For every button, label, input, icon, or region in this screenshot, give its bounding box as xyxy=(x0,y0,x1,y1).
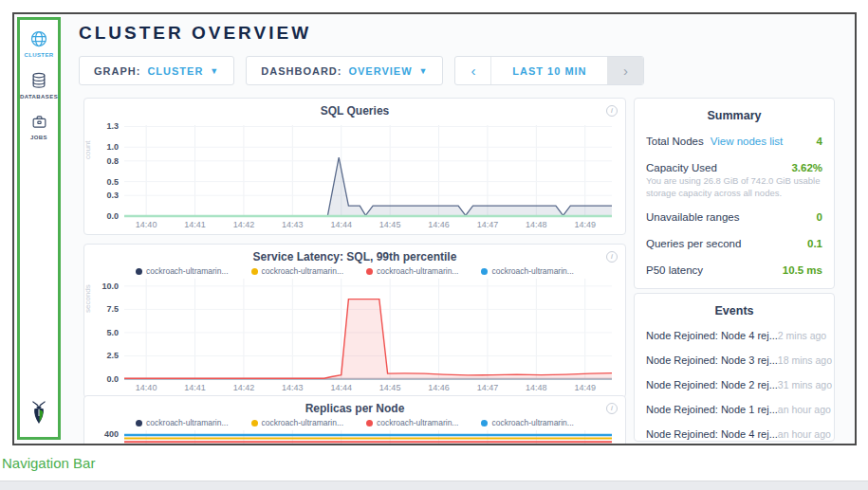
legend-dot xyxy=(366,268,373,275)
event-row[interactable]: Node Rejoined: Node 4 rej... an hour ago xyxy=(635,422,834,445)
svg-text:14:44: 14:44 xyxy=(330,220,352,229)
app-window: CLUSTER DATABASES JOBS xyxy=(12,12,857,445)
view-nodes-list-link[interactable]: View nodes list xyxy=(711,136,784,147)
svg-text:14:43: 14:43 xyxy=(282,220,304,229)
y-axis-unit-label: seconds xyxy=(83,285,92,314)
legend-dot xyxy=(251,420,258,426)
replicas-per-node-panel: Replicas per Node i cockroach-ultramarin… xyxy=(83,395,626,445)
page-title: CLUSTER OVERVIEW xyxy=(79,23,311,44)
summary-value: 4 xyxy=(817,136,822,147)
time-next-button: › xyxy=(607,57,643,84)
briefcase-icon xyxy=(30,113,48,131)
svg-text:14:40: 14:40 xyxy=(136,383,157,392)
events-title: Events xyxy=(635,294,834,323)
legend-dot xyxy=(481,268,488,275)
svg-text:14:44: 14:44 xyxy=(330,383,352,392)
svg-text:0.8: 0.8 xyxy=(106,156,119,166)
event-row[interactable]: Node Rejoined: Node 3 rej... 18 mins ago xyxy=(635,348,834,372)
cockroachdb-logo[interactable] xyxy=(28,400,50,429)
svg-text:14:46: 14:46 xyxy=(428,383,450,392)
capacity-note: You are using 26.8 GiB of 742.0 GiB usab… xyxy=(635,175,834,204)
legend-dot xyxy=(136,268,142,275)
time-range-value[interactable]: LAST 10 MIN xyxy=(491,57,607,84)
svg-text:0.5: 0.5 xyxy=(106,177,119,187)
controls-row: GRAPH: CLUSTER ▼ DASHBOARD: OVERVIEW ▼ ‹… xyxy=(79,56,644,85)
svg-text:14:45: 14:45 xyxy=(379,220,401,229)
chevron-down-icon: ▼ xyxy=(419,66,429,76)
summary-row-unavailable-ranges: Unavailable ranges 0 xyxy=(635,204,834,230)
svg-text:1.0: 1.0 xyxy=(106,142,119,152)
y-axis-unit-label: count xyxy=(83,141,92,160)
events-panel: Events Node Rejoined: Node 4 rej... 2 mi… xyxy=(634,293,835,442)
dashboard-dropdown-value: OVERVIEW xyxy=(348,65,412,77)
info-icon[interactable]: i xyxy=(606,105,618,117)
svg-text:10.0: 10.0 xyxy=(102,281,119,291)
dashboard-dropdown-label: DASHBOARD: xyxy=(261,65,342,77)
summary-value: 3.62% xyxy=(791,162,822,173)
globe-icon xyxy=(29,29,48,48)
bottom-strip xyxy=(0,481,868,490)
svg-text:2.5: 2.5 xyxy=(106,351,119,360)
time-prev-button[interactable]: ‹ xyxy=(455,57,491,84)
svg-text:14:41: 14:41 xyxy=(184,220,206,229)
svg-text:14:49: 14:49 xyxy=(574,220,596,229)
svg-text:14:42: 14:42 xyxy=(233,220,255,229)
svg-text:0.3: 0.3 xyxy=(106,191,119,200)
replicas-per-node-plot: 14:4014:4114:4214:4314:4414:4514:4614:47… xyxy=(92,426,618,445)
graph-dropdown-label: GRAPH: xyxy=(94,65,140,77)
chart-title: SQL Queries xyxy=(84,99,625,118)
svg-text:1.3: 1.3 xyxy=(106,121,119,131)
svg-text:0.0: 0.0 xyxy=(106,211,119,221)
screenshot-canvas: CLUSTER DATABASES JOBS xyxy=(0,0,868,490)
service-latency-plot: 14:4014:4114:4214:4314:4414:4514:4614:47… xyxy=(92,275,618,394)
dashboard-dropdown[interactable]: DASHBOARD: OVERVIEW ▼ xyxy=(246,56,443,85)
sql-queries-plot: 14:4014:4114:4214:4314:4414:4514:4614:47… xyxy=(92,121,618,231)
svg-text:5.0: 5.0 xyxy=(106,328,119,337)
summary-row-p50-latency: P50 latency 10.5 ms xyxy=(635,257,834,283)
service-latency-panel: Service Latency: SQL, 99th percentile i … xyxy=(83,244,626,398)
annotation-label: Navigation Bar xyxy=(2,455,95,471)
summary-panel: Summary Total Nodes View nodes list 4 Ca… xyxy=(634,98,835,289)
legend-dot xyxy=(366,420,373,426)
sidebar-item-jobs[interactable]: JOBS xyxy=(30,113,48,140)
summary-row-capacity: Capacity Used 3.62% You are using 26.8 G… xyxy=(635,154,834,204)
svg-text:14:47: 14:47 xyxy=(477,383,499,392)
event-row[interactable]: Node Rejoined: Node 1 rej... an hour ago xyxy=(635,397,834,422)
legend-dot xyxy=(481,420,488,426)
chart-title: Replicas per Node xyxy=(84,396,625,415)
databases-icon xyxy=(29,71,48,90)
summary-title: Summary xyxy=(635,99,834,128)
svg-text:14:48: 14:48 xyxy=(526,383,547,392)
sidebar-item-label: JOBS xyxy=(30,135,47,140)
summary-value: 0 xyxy=(817,211,822,223)
svg-text:14:47: 14:47 xyxy=(477,220,499,229)
svg-text:7.5: 7.5 xyxy=(106,304,119,314)
info-icon[interactable]: i xyxy=(606,403,618,414)
svg-text:14:49: 14:49 xyxy=(574,383,596,392)
event-row[interactable]: Node Rejoined: Node 2 rej... 31 mins ago xyxy=(635,372,834,397)
chevron-down-icon: ▼ xyxy=(210,66,219,76)
summary-value: 10.5 ms xyxy=(783,264,822,276)
info-icon[interactable]: i xyxy=(606,251,618,263)
summary-value: 0.1 xyxy=(807,238,822,249)
time-range-selector: ‹ LAST 10 MIN › xyxy=(454,56,644,85)
svg-text:14:43: 14:43 xyxy=(282,383,304,392)
svg-text:14:46: 14:46 xyxy=(428,220,450,229)
sidebar-item-databases[interactable]: DATABASES xyxy=(20,71,58,100)
legend-dot xyxy=(136,420,142,426)
graph-dropdown[interactable]: GRAPH: CLUSTER ▼ xyxy=(79,56,234,85)
legend-dot xyxy=(251,268,258,275)
graph-dropdown-value: CLUSTER xyxy=(147,65,203,77)
sql-queries-panel: SQL Queries i count 14:4014:4114:4214:43… xyxy=(83,98,626,235)
chart-title: Service Latency: SQL, 99th percentile xyxy=(84,245,625,263)
svg-text:400: 400 xyxy=(104,429,119,439)
svg-text:14:42: 14:42 xyxy=(233,383,255,392)
svg-text:0.0: 0.0 xyxy=(106,374,119,384)
event-row[interactable]: Node Rejoined: Node 4 rej... 2 mins ago xyxy=(635,323,834,348)
svg-text:14:41: 14:41 xyxy=(184,383,206,392)
sidebar-item-cluster[interactable]: CLUSTER xyxy=(24,29,53,58)
sidebar-item-label: DATABASES xyxy=(20,94,58,100)
svg-text:14:48: 14:48 xyxy=(526,220,547,229)
svg-text:14:45: 14:45 xyxy=(379,383,401,392)
navigation-bar: CLUSTER DATABASES JOBS xyxy=(17,17,61,440)
